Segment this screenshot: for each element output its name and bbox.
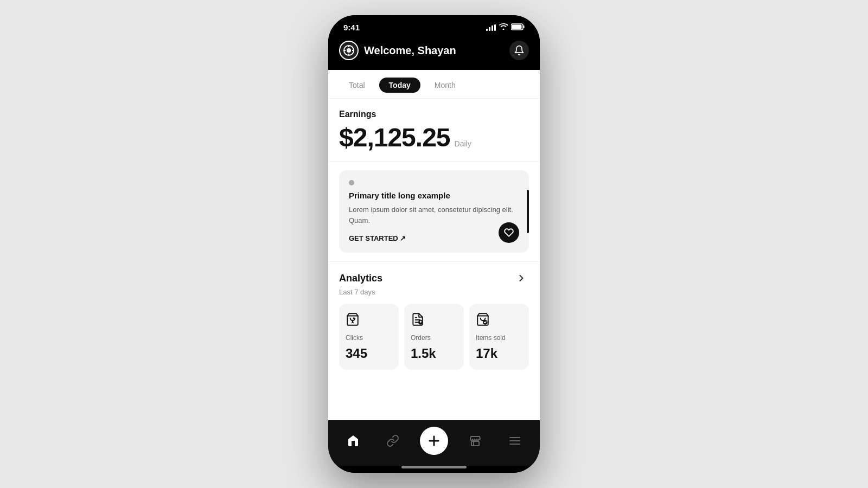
earnings-amount-row: $2,125.25 Daily (339, 123, 529, 152)
phone-shell: 9:41 (328, 15, 540, 473)
promo-card: Primary title long example Lorem ipsum d… (339, 170, 529, 253)
earnings-label: Earnings (339, 110, 529, 119)
home-bar (401, 466, 467, 468)
clicks-icon (346, 312, 360, 330)
tabs-bar: Total Today Month (328, 70, 540, 99)
header-greeting: Welcome, Shayan (364, 44, 456, 57)
promo-title: Primary title long example (349, 191, 519, 200)
signal-icon (486, 24, 496, 31)
svg-rect-2 (524, 25, 525, 28)
header-left: Welcome, Shayan (339, 41, 456, 60)
svg-point-4 (347, 48, 351, 53)
analytics-chevron-button[interactable] (514, 271, 529, 286)
orders-label: Orders (411, 334, 431, 342)
items-sold-icon (476, 312, 490, 330)
status-icons (486, 23, 525, 32)
earnings-amount: $2,125.25 (339, 123, 450, 152)
promo-action-button[interactable] (499, 222, 519, 243)
notifications-button[interactable] (509, 41, 529, 60)
status-time: 9:41 (343, 23, 360, 32)
stat-card-clicks: Clicks 345 (339, 304, 399, 370)
svg-rect-1 (512, 24, 522, 29)
header: Welcome, Shayan (328, 36, 540, 70)
svg-point-10 (353, 317, 355, 319)
nav-menu-button[interactable] (503, 429, 527, 453)
svg-rect-18 (471, 441, 479, 446)
promo-cta-button[interactable]: GET STARTED ↗ (349, 234, 406, 242)
promo-body: Lorem ipsum dolor sit amet, consetetur d… (349, 204, 519, 226)
tab-today[interactable]: Today (379, 78, 420, 93)
nav-store-button[interactable] (463, 429, 487, 453)
promo-section: Primary title long example Lorem ipsum d… (328, 162, 540, 262)
stat-card-items-sold: Items sold 17k (469, 304, 529, 370)
wifi-icon (499, 23, 508, 31)
clicks-value: 345 (346, 346, 367, 361)
promo-dot (349, 180, 354, 185)
analytics-title: Analytics (339, 273, 382, 284)
analytics-section: Analytics Last 7 days (328, 262, 540, 378)
earnings-section: Earnings $2,125.25 Daily (328, 99, 540, 162)
analytics-header: Analytics (339, 271, 529, 286)
nav-link-button[interactable] (381, 429, 405, 453)
orders-icon (411, 312, 425, 330)
orders-value: 1.5k (411, 346, 436, 361)
bottom-nav (328, 420, 540, 466)
main-content: Total Today Month Earnings $2,125.25 Dai… (328, 70, 540, 420)
home-indicator (328, 466, 540, 473)
clicks-label: Clicks (346, 334, 363, 342)
items-sold-label: Items sold (476, 334, 506, 342)
analytics-subtitle: Last 7 days (339, 288, 529, 296)
stat-cards: Clicks 345 (339, 304, 529, 370)
items-sold-value: 17k (476, 346, 497, 361)
nav-add-button[interactable] (420, 427, 448, 455)
tab-total[interactable]: Total (339, 78, 375, 93)
earnings-period: Daily (455, 139, 471, 148)
nav-home-button[interactable] (341, 429, 365, 453)
tab-month[interactable]: Month (425, 78, 465, 93)
stat-card-orders: Orders 1.5k (404, 304, 464, 370)
app-logo (339, 41, 359, 60)
status-bar: 9:41 (328, 15, 540, 36)
battery-icon (511, 23, 525, 32)
scroll-indicator (527, 190, 529, 233)
